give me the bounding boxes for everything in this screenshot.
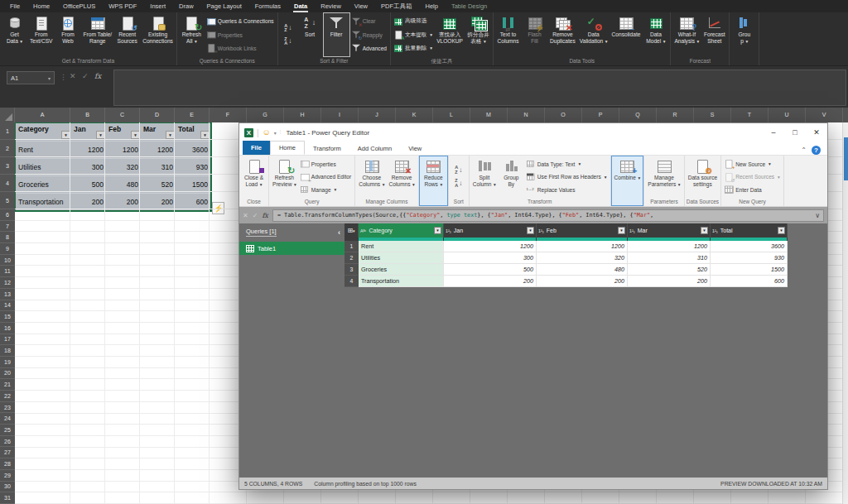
remove-duplicates-button[interactable]: ✕Remove Duplicates — [548, 13, 577, 56]
column-header-k[interactable]: K — [396, 108, 433, 122]
pq-cell[interactable]: 600 — [711, 276, 788, 287]
column-header-u[interactable]: U — [768, 108, 806, 122]
pq-title-bar[interactable]: X | ☺ ▾ ⫶ Table1 - Power Query Editor – … — [239, 123, 827, 142]
data-model-button[interactable]: Data Model ▾ — [643, 13, 668, 56]
manage-button[interactable]: Manage▾ — [301, 185, 351, 195]
table-cell[interactable]: Groceries — [16, 176, 71, 193]
table-cell[interactable]: 320 — [106, 159, 141, 175]
query-item-table1[interactable]: Table1 — [239, 242, 344, 255]
menu-tab-wps-pdf[interactable]: WPS PDF — [102, 0, 143, 12]
table-header-feb[interactable]: Feb▾ — [106, 123, 141, 141]
table-cell[interactable]: 520 — [141, 176, 176, 193]
row-header-24[interactable]: 24 — [0, 413, 15, 425]
enter-icon[interactable]: ✓ — [82, 72, 89, 80]
table-header-jan[interactable]: Jan▾ — [71, 123, 106, 141]
menu-tab-insert[interactable]: Insert — [143, 0, 172, 12]
feedback-smiley-icon[interactable]: ☺ — [263, 128, 271, 137]
table-cell[interactable]: 300 — [71, 159, 106, 175]
properties-button[interactable]: Properties — [301, 159, 351, 170]
column-header-c[interactable]: C — [105, 108, 140, 122]
row-header-7[interactable]: 7 — [0, 221, 15, 233]
row-header-10[interactable]: 10 — [0, 255, 15, 266]
row-header-15[interactable]: 15 — [0, 311, 15, 323]
pq-formula-input[interactable]: = Table.TransformColumnTypes(Source,{{"C… — [272, 209, 824, 222]
refresh-preview-button[interactable]: ↻Refresh Preview ▾ — [271, 156, 298, 197]
column-header-b[interactable]: B — [70, 108, 105, 122]
remove-columns-button[interactable]: ✕Remove Columns ▾ — [387, 156, 416, 197]
filter-button[interactable]: Filter — [324, 13, 349, 56]
column-header-o[interactable]: O — [545, 108, 582, 122]
queries-connections-button[interactable]: Queries & Connections — [207, 16, 274, 26]
name-box-dropdown-icon[interactable]: ▾ — [48, 75, 51, 81]
menu-tab-formulas[interactable]: Formulas — [248, 0, 287, 12]
row-header-19[interactable]: 19 — [0, 357, 15, 368]
column-header-v[interactable]: V — [806, 108, 843, 122]
文本提取-button[interactable]: A文本提取▾ — [394, 30, 432, 41]
combine-button[interactable]: +Combine ▾ — [613, 156, 643, 197]
column-header-a[interactable]: A — [15, 108, 70, 122]
menu-tab-file[interactable]: File — [3, 0, 26, 12]
pq-cell[interactable]: Groceries — [359, 264, 444, 276]
row-header-6[interactable]: 6 — [0, 209, 15, 221]
recent-sources-button[interactable]: ↺Recent Sources▾ — [725, 171, 780, 182]
row-header-14[interactable]: 14 — [0, 300, 15, 312]
column-header-l[interactable]: L — [433, 108, 470, 122]
table-cell[interactable]: 1200 — [106, 142, 141, 158]
sort-button[interactable]: AZ↓Sort — [297, 13, 323, 56]
pq-cell[interactable]: 1200 — [537, 241, 628, 252]
column-header-m[interactable]: M — [470, 108, 508, 122]
pq-cell[interactable]: 310 — [628, 252, 711, 264]
advanced-button[interactable]: Advanced — [352, 43, 387, 54]
row-header-26[interactable]: 26 — [0, 436, 15, 448]
row-header-30[interactable]: 30 — [0, 482, 15, 493]
collapse-pane-icon[interactable]: ‹ — [338, 228, 340, 237]
menu-tab-officeplus[interactable]: OfficePLUS — [56, 0, 102, 12]
row-header-31[interactable]: 31 — [0, 492, 15, 504]
from-table-range-button[interactable]: From Table/ Range — [81, 13, 113, 56]
pq-cell[interactable]: 200 — [444, 276, 537, 287]
column-header-d[interactable]: D — [140, 108, 175, 122]
table-cell[interactable]: Rent — [16, 142, 71, 158]
collapse-ribbon-icon[interactable]: ⌃ — [801, 146, 807, 154]
pq-column-header-mar[interactable]: 1²₃Mar▼ — [628, 223, 711, 238]
select-all-corner[interactable] — [0, 108, 15, 122]
pq-cell[interactable]: 500 — [444, 264, 537, 276]
column-header-i[interactable]: I — [321, 108, 359, 122]
workbook-links-button[interactable]: ∞Workbook Links — [207, 43, 274, 54]
group-by-button[interactable]: Group By — [499, 156, 524, 197]
row-header-4[interactable]: 4 — [0, 175, 15, 192]
data-type-text-button[interactable]: Data Type: Text▾ — [527, 159, 607, 170]
table-cell[interactable]: 3600 — [176, 142, 210, 158]
查找录入-vlookup-button[interactable]: 查找录入 VLOOKUP — [435, 13, 465, 56]
pq-column-header-jan[interactable]: 1²₃Jan▼ — [444, 223, 537, 238]
pq-cell[interactable]: 520 — [628, 264, 711, 276]
menu-tab-view[interactable]: View — [348, 0, 374, 12]
row-header-12[interactable]: 12 — [0, 277, 15, 289]
table-header-mar[interactable]: Mar▾ — [141, 123, 176, 141]
row-header-29[interactable]: 29 — [0, 470, 15, 482]
table-cell[interactable]: 200 — [141, 194, 176, 210]
pq-cell[interactable]: 200 — [537, 276, 628, 287]
table-cell[interactable]: 480 — [106, 176, 141, 193]
column-header-j[interactable]: J — [359, 108, 396, 122]
row-header-23[interactable]: 23 — [0, 402, 15, 414]
sort-za-button[interactable]: ZA↓ — [452, 178, 465, 189]
row-header-20[interactable]: 20 — [0, 368, 15, 380]
row-header-9[interactable]: 9 — [0, 243, 15, 255]
row-header-13[interactable]: 13 — [0, 289, 15, 300]
sort-az-button[interactable]: AZ↓ — [282, 23, 295, 34]
pq-column-header-category[interactable]: AᴮᶜCategory▼ — [359, 223, 444, 238]
pq-cell[interactable]: Transportation — [359, 276, 444, 287]
column-header-q[interactable]: Q — [619, 108, 657, 122]
row-header-21[interactable]: 21 — [0, 379, 15, 391]
menu-tab-help[interactable]: Help — [418, 0, 444, 12]
table-cell[interactable]: 500 — [71, 176, 106, 193]
批量删除-button[interactable]: ✕批量删除▾ — [394, 43, 432, 54]
menu-tab-table-design[interactable]: Table Design — [445, 0, 494, 12]
formula-input[interactable] — [113, 70, 846, 106]
enter-data-button[interactable]: Enter Data — [725, 185, 780, 195]
pq-tab-file[interactable]: File — [243, 141, 270, 155]
row-header-1[interactable]: 1 — [0, 122, 15, 140]
row-header-8[interactable]: 8 — [0, 232, 15, 243]
pq-column-header-total[interactable]: 1²₃Total▼ — [711, 223, 788, 238]
